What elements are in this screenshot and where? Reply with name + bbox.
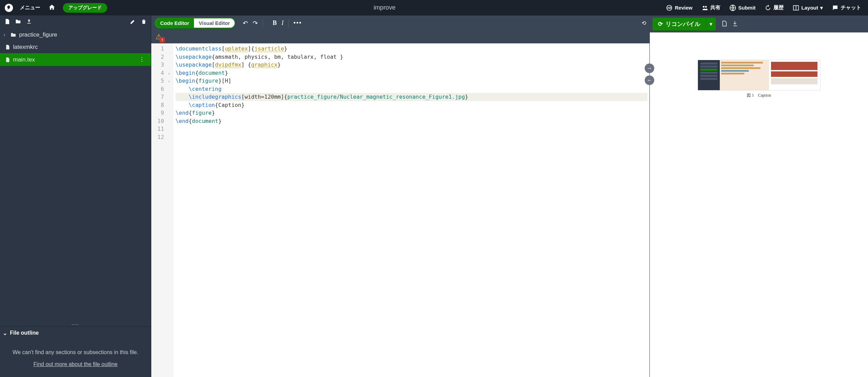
outline-body: We can't find any sections or subsection… xyxy=(0,340,151,377)
tree-item-label: latexmkrc xyxy=(13,44,38,51)
new-folder-icon[interactable] xyxy=(15,18,21,26)
logs-icon[interactable] xyxy=(721,20,727,28)
topbar: メニュー アップグレード improve AB Review 共有 Submit xyxy=(0,0,868,16)
collapse-left-icon[interactable]: ← xyxy=(645,75,654,85)
file-outline-toggle[interactable]: ⌄ File outline xyxy=(0,326,151,340)
code-line[interactable]: \begin{document} xyxy=(176,69,647,77)
error-indicator[interactable]: ⚠ ! xyxy=(151,30,649,43)
history-label: 履歴 xyxy=(773,4,784,11)
upload-icon[interactable] xyxy=(26,18,32,26)
tree-item-label: main.tex xyxy=(13,56,35,63)
new-file-icon[interactable] xyxy=(4,18,10,26)
file-tree: ›practice_figurelatexmkrcmain.tex⋮ xyxy=(0,29,151,66)
visual-editor-tab[interactable]: Visual Editor xyxy=(194,18,235,28)
preview-toolbar: ⟳ リコンパイル ▾ xyxy=(650,16,868,32)
recompile-dropdown[interactable]: ▾ xyxy=(706,18,716,30)
code-editor-tab[interactable]: Code Editor xyxy=(155,18,194,28)
folder-icon xyxy=(10,32,16,38)
history-button[interactable]: 履歴 xyxy=(760,2,788,13)
outline-help-link[interactable]: Find out more about the file outline xyxy=(7,360,144,369)
download-icon[interactable] xyxy=(732,20,738,28)
search-icon[interactable]: ⟲ xyxy=(642,20,646,26)
code-line[interactable]: \caption{Caption} xyxy=(176,101,647,109)
code-line[interactable]: \centering xyxy=(176,85,647,93)
code-line[interactable]: \documentclass[uplatex]{jsarticle} xyxy=(176,45,647,53)
tree-item-main-tex[interactable]: main.tex⋮ xyxy=(0,53,151,66)
chat-button[interactable]: チャット xyxy=(828,2,865,13)
file-toolbar xyxy=(0,16,151,29)
tree-item-practice_figure[interactable]: ›practice_figure xyxy=(0,29,151,41)
recompile-button[interactable]: ⟳ リコンパイル xyxy=(653,18,706,30)
review-label: Review xyxy=(675,5,692,11)
review-button[interactable]: AB Review xyxy=(662,2,697,13)
editor-toolbar: Code Editor Visual Editor ↶ ↷ B I ••• ⟲ xyxy=(151,16,649,30)
editor-mode-toggle: Code Editor Visual Editor xyxy=(155,18,235,28)
undo-icon[interactable]: ↶ xyxy=(243,19,248,27)
tree-item-latexmkrc[interactable]: latexmkrc xyxy=(0,41,151,53)
share-button[interactable]: 共有 xyxy=(697,2,725,13)
italic-icon[interactable]: I xyxy=(281,19,283,27)
pdf-figure-image xyxy=(698,60,821,90)
home-button[interactable] xyxy=(45,2,59,14)
recompile-button-group: ⟳ リコンパイル ▾ xyxy=(653,18,716,30)
svg-point-3 xyxy=(705,6,707,8)
resize-handle[interactable]: •••• xyxy=(0,323,151,326)
pdf-figure-caption: 図 1 Caption xyxy=(698,93,821,98)
code-line[interactable]: \end{figure} xyxy=(176,109,647,117)
recompile-label: リコンパイル xyxy=(666,20,700,28)
chevron-right-icon: › xyxy=(3,31,8,38)
file-icon xyxy=(5,44,10,50)
chevron-down-icon: ⌄ xyxy=(3,330,7,336)
outline-title: File outline xyxy=(10,330,39,336)
chat-label: チャット xyxy=(841,4,861,11)
menu-button[interactable]: メニュー xyxy=(16,2,44,13)
line-gutter: 1 2 3 4 ▾5 ▾6 7 8 9 10 11 12 xyxy=(151,43,173,377)
share-label: 共有 xyxy=(710,4,720,11)
rename-icon[interactable] xyxy=(130,18,136,26)
code-line[interactable]: \includegraphics[width=120mm]{practice_f… xyxy=(176,93,647,101)
svg-text:AB: AB xyxy=(667,6,671,10)
more-icon[interactable]: ⋮ xyxy=(136,56,148,63)
code-line[interactable]: \usepackage{amsmath, physics, bm, tabula… xyxy=(176,53,647,61)
tree-item-label: practice_figure xyxy=(19,31,57,38)
submit-label: Submit xyxy=(738,5,756,11)
upgrade-button[interactable]: アップグレード xyxy=(63,3,107,13)
outline-empty-message: We can't find any sections or subsection… xyxy=(7,348,144,357)
code-line[interactable]: \end{document} xyxy=(176,117,647,125)
chevron-down-icon: ▾ xyxy=(820,5,823,11)
editor-pane: Code Editor Visual Editor ↶ ↷ B I ••• ⟲ xyxy=(151,16,649,377)
bold-icon[interactable]: B xyxy=(272,19,277,27)
pdf-viewer[interactable]: 図 1 Caption xyxy=(650,32,868,377)
code-editor[interactable]: 1 2 3 4 ▾5 ▾6 7 8 9 10 11 12 \documentcl… xyxy=(151,43,649,377)
file-icon xyxy=(5,57,10,62)
divider xyxy=(263,19,263,27)
file-sidebar: ›practice_figurelatexmkrcmain.tex⋮ •••• … xyxy=(0,16,151,377)
project-title[interactable]: improve xyxy=(107,4,662,11)
code-line[interactable] xyxy=(176,133,647,141)
redo-icon[interactable]: ↷ xyxy=(253,19,258,27)
svg-point-2 xyxy=(703,6,704,8)
collapse-right-icon[interactable]: → xyxy=(645,64,654,73)
code-line[interactable]: \begin{figure}[H] xyxy=(176,77,647,85)
layout-button[interactable]: Layout ▾ xyxy=(788,2,827,13)
pdf-preview-pane: ⟳ リコンパイル ▾ xyxy=(649,16,868,377)
refresh-icon: ⟳ xyxy=(658,20,663,28)
layout-label: Layout xyxy=(801,5,818,11)
divider xyxy=(288,19,289,27)
code-line[interactable] xyxy=(176,125,647,133)
code-line[interactable]: \usepackage[dvipdfmx] {graphicx} xyxy=(176,61,647,69)
more-tools-icon[interactable]: ••• xyxy=(293,19,302,27)
submit-button[interactable]: Submit xyxy=(725,2,760,13)
error-badge-icon: ! xyxy=(159,37,165,43)
delete-icon[interactable] xyxy=(141,18,147,26)
app-logo[interactable] xyxy=(5,4,13,12)
